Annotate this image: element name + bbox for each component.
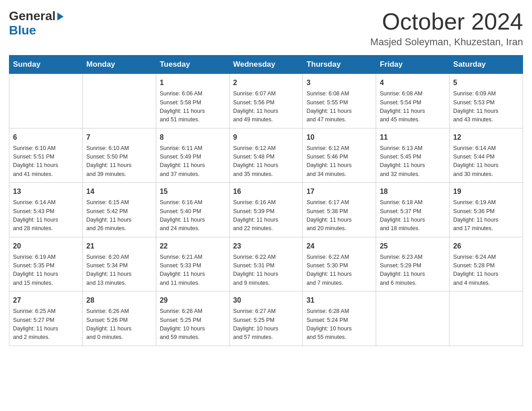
calendar-cell: 6Sunrise: 6:10 AM Sunset: 5:51 PM Daylig… (9, 128, 83, 183)
calendar-cell: 10Sunrise: 6:12 AM Sunset: 5:46 PM Dayli… (303, 128, 376, 183)
day-info: Sunrise: 6:19 AM Sunset: 5:35 PM Dayligh… (13, 253, 79, 288)
col-sunday: Sunday (9, 56, 83, 74)
day-info: Sunrise: 6:08 AM Sunset: 5:54 PM Dayligh… (380, 90, 446, 124)
day-number: 2 (233, 77, 299, 88)
day-number: 17 (306, 186, 372, 197)
day-info: Sunrise: 6:25 AM Sunset: 5:27 PM Dayligh… (13, 307, 79, 342)
day-info: Sunrise: 6:16 AM Sunset: 5:40 PM Dayligh… (160, 198, 226, 233)
month-title: October 2024 (370, 9, 523, 34)
day-info: Sunrise: 6:15 AM Sunset: 5:42 PM Dayligh… (86, 198, 152, 233)
day-number: 28 (86, 295, 152, 306)
col-friday: Friday (376, 56, 450, 74)
calendar-cell: 28Sunrise: 6:26 AM Sunset: 5:26 PM Dayli… (82, 291, 156, 346)
day-number: 30 (233, 295, 299, 306)
logo-arrow-icon (57, 13, 64, 21)
calendar-cell: 22Sunrise: 6:21 AM Sunset: 5:33 PM Dayli… (156, 237, 229, 291)
day-info: Sunrise: 6:11 AM Sunset: 5:49 PM Dayligh… (160, 144, 226, 179)
calendar-cell: 1Sunrise: 6:06 AM Sunset: 5:58 PM Daylig… (156, 74, 229, 128)
calendar-cell: 24Sunrise: 6:22 AM Sunset: 5:30 PM Dayli… (303, 237, 376, 291)
day-number: 31 (306, 295, 372, 306)
day-info: Sunrise: 6:10 AM Sunset: 5:50 PM Dayligh… (86, 144, 152, 179)
day-number: 16 (233, 186, 299, 197)
calendar-cell: 18Sunrise: 6:18 AM Sunset: 5:37 PM Dayli… (376, 183, 450, 237)
day-info: Sunrise: 6:27 AM Sunset: 5:25 PM Dayligh… (233, 307, 299, 342)
day-info: Sunrise: 6:09 AM Sunset: 5:53 PM Dayligh… (453, 90, 519, 124)
day-number: 18 (380, 186, 446, 197)
day-info: Sunrise: 6:23 AM Sunset: 5:29 PM Dayligh… (380, 253, 446, 288)
title-area: October 2024 Masjed Soleyman, Khuzestan,… (370, 9, 523, 48)
calendar-cell (9, 74, 83, 128)
col-wednesday: Wednesday (229, 56, 303, 74)
day-info: Sunrise: 6:06 AM Sunset: 5:58 PM Dayligh… (160, 90, 226, 124)
calendar-week-row: 6Sunrise: 6:10 AM Sunset: 5:51 PM Daylig… (9, 128, 523, 183)
col-saturday: Saturday (450, 56, 523, 74)
day-number: 9 (233, 132, 299, 143)
day-info: Sunrise: 6:12 AM Sunset: 5:48 PM Dayligh… (233, 144, 299, 179)
day-number: 12 (453, 132, 519, 143)
calendar-cell: 5Sunrise: 6:09 AM Sunset: 5:53 PM Daylig… (450, 74, 523, 128)
logo-general-text: General (9, 9, 56, 23)
calendar-cell: 7Sunrise: 6:10 AM Sunset: 5:50 PM Daylig… (82, 128, 156, 183)
calendar-cell: 8Sunrise: 6:11 AM Sunset: 5:49 PM Daylig… (156, 128, 229, 183)
day-info: Sunrise: 6:22 AM Sunset: 5:31 PM Dayligh… (233, 253, 299, 288)
day-info: Sunrise: 6:17 AM Sunset: 5:38 PM Dayligh… (306, 198, 372, 233)
calendar-week-row: 27Sunrise: 6:25 AM Sunset: 5:27 PM Dayli… (9, 291, 523, 346)
day-info: Sunrise: 6:26 AM Sunset: 5:26 PM Dayligh… (86, 307, 152, 342)
calendar-cell: 11Sunrise: 6:13 AM Sunset: 5:45 PM Dayli… (376, 128, 450, 183)
day-info: Sunrise: 6:22 AM Sunset: 5:30 PM Dayligh… (306, 253, 372, 288)
day-info: Sunrise: 6:14 AM Sunset: 5:43 PM Dayligh… (13, 198, 79, 233)
day-number: 11 (380, 132, 446, 143)
day-info: Sunrise: 6:16 AM Sunset: 5:39 PM Dayligh… (233, 198, 299, 233)
calendar-cell (82, 74, 156, 128)
day-info: Sunrise: 6:10 AM Sunset: 5:51 PM Dayligh… (13, 144, 79, 179)
day-number: 26 (453, 241, 519, 252)
page-header: General Blue October 2024 Masjed Soleyma… (9, 9, 523, 48)
calendar-cell (376, 291, 450, 346)
calendar-cell: 17Sunrise: 6:17 AM Sunset: 5:38 PM Dayli… (303, 183, 376, 237)
calendar-cell: 31Sunrise: 6:28 AM Sunset: 5:24 PM Dayli… (303, 291, 376, 346)
day-number: 23 (233, 241, 299, 252)
day-info: Sunrise: 6:13 AM Sunset: 5:45 PM Dayligh… (380, 144, 446, 179)
day-info: Sunrise: 6:14 AM Sunset: 5:44 PM Dayligh… (453, 144, 519, 179)
calendar-cell: 15Sunrise: 6:16 AM Sunset: 5:40 PM Dayli… (156, 183, 229, 237)
day-number: 3 (306, 77, 372, 88)
calendar-cell: 30Sunrise: 6:27 AM Sunset: 5:25 PM Dayli… (229, 291, 303, 346)
day-info: Sunrise: 6:12 AM Sunset: 5:46 PM Dayligh… (306, 144, 372, 179)
calendar-cell (450, 291, 523, 346)
logo: General Blue (9, 9, 64, 38)
day-info: Sunrise: 6:20 AM Sunset: 5:34 PM Dayligh… (86, 253, 152, 288)
calendar-cell: 29Sunrise: 6:26 AM Sunset: 5:25 PM Dayli… (156, 291, 229, 346)
calendar-cell: 14Sunrise: 6:15 AM Sunset: 5:42 PM Dayli… (82, 183, 156, 237)
calendar-header-row: Sunday Monday Tuesday Wednesday Thursday… (9, 56, 523, 74)
day-number: 27 (13, 295, 79, 306)
calendar-cell: 20Sunrise: 6:19 AM Sunset: 5:35 PM Dayli… (9, 237, 83, 291)
day-info: Sunrise: 6:19 AM Sunset: 5:36 PM Dayligh… (453, 198, 519, 233)
calendar-cell: 26Sunrise: 6:24 AM Sunset: 5:28 PM Dayli… (450, 237, 523, 291)
day-info: Sunrise: 6:26 AM Sunset: 5:25 PM Dayligh… (160, 307, 226, 342)
calendar-table: Sunday Monday Tuesday Wednesday Thursday… (9, 55, 523, 346)
calendar-cell: 4Sunrise: 6:08 AM Sunset: 5:54 PM Daylig… (376, 74, 450, 128)
calendar-cell: 9Sunrise: 6:12 AM Sunset: 5:48 PM Daylig… (229, 128, 303, 183)
day-number: 7 (86, 132, 152, 143)
col-tuesday: Tuesday (156, 56, 229, 74)
calendar-cell: 13Sunrise: 6:14 AM Sunset: 5:43 PM Dayli… (9, 183, 83, 237)
day-number: 24 (306, 241, 372, 252)
day-number: 20 (13, 241, 79, 252)
calendar-week-row: 13Sunrise: 6:14 AM Sunset: 5:43 PM Dayli… (9, 183, 523, 237)
day-number: 29 (160, 295, 226, 306)
day-info: Sunrise: 6:24 AM Sunset: 5:28 PM Dayligh… (453, 253, 519, 288)
calendar-cell: 16Sunrise: 6:16 AM Sunset: 5:39 PM Dayli… (229, 183, 303, 237)
calendar-cell: 27Sunrise: 6:25 AM Sunset: 5:27 PM Dayli… (9, 291, 83, 346)
day-number: 14 (86, 186, 152, 197)
day-number: 25 (380, 241, 446, 252)
day-number: 10 (306, 132, 372, 143)
day-number: 13 (13, 186, 79, 197)
day-number: 21 (86, 241, 152, 252)
day-number: 1 (160, 77, 226, 88)
calendar-cell: 21Sunrise: 6:20 AM Sunset: 5:34 PM Dayli… (82, 237, 156, 291)
calendar-cell: 12Sunrise: 6:14 AM Sunset: 5:44 PM Dayli… (450, 128, 523, 183)
calendar-cell: 3Sunrise: 6:08 AM Sunset: 5:55 PM Daylig… (303, 74, 376, 128)
day-info: Sunrise: 6:07 AM Sunset: 5:56 PM Dayligh… (233, 90, 299, 124)
calendar-cell: 2Sunrise: 6:07 AM Sunset: 5:56 PM Daylig… (229, 74, 303, 128)
day-number: 15 (160, 186, 226, 197)
